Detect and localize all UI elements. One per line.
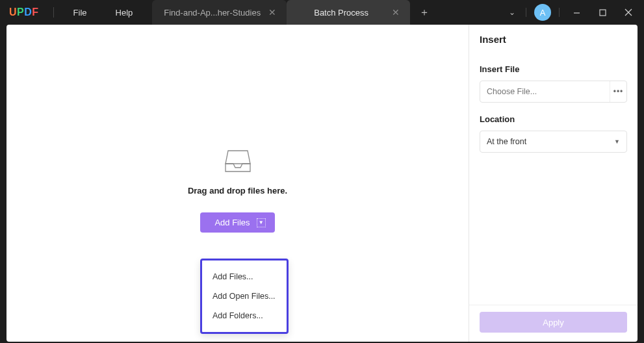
titlebar: UPDF File Help Find-and-Ap...her-Studies… bbox=[0, 0, 644, 25]
maximize-icon bbox=[599, 9, 606, 16]
close-window-button[interactable] bbox=[615, 0, 641, 25]
minimize-button[interactable] bbox=[563, 0, 589, 25]
location-select[interactable]: At the front ▼ bbox=[480, 131, 627, 153]
minimize-icon bbox=[573, 9, 580, 16]
add-files-dropdown: Add Files... Add Open Files... Add Folde… bbox=[200, 259, 289, 334]
workspace: Drag and drop files here. Add Files ▼ Ad… bbox=[6, 25, 638, 342]
menu-add-files[interactable]: Add Files... bbox=[202, 267, 287, 286]
tab-document[interactable]: Find-and-Ap...her-Studies ✕ bbox=[152, 0, 287, 25]
sidebar-panel: Insert Insert File ••• Location At the f… bbox=[469, 25, 638, 342]
choose-file-input[interactable] bbox=[480, 87, 610, 96]
dropzone[interactable]: Drag and drop files here. Add Files ▼ bbox=[140, 147, 335, 233]
separator bbox=[559, 8, 560, 17]
dropzone-instruction: Drag and drop files here. bbox=[140, 186, 335, 196]
tab-batch-process[interactable]: Batch Process ✕ bbox=[287, 0, 410, 25]
main-area: Drag and drop files here. Add Files ▼ Ad… bbox=[6, 25, 469, 342]
location-label: Location bbox=[480, 114, 627, 124]
ellipsis-icon: ••• bbox=[613, 87, 624, 96]
sidebar-footer: Apply bbox=[469, 305, 638, 342]
tab-close-icon[interactable]: ✕ bbox=[389, 6, 402, 19]
tab-close-icon[interactable]: ✕ bbox=[266, 6, 279, 19]
chevron-down-icon: ▼ bbox=[257, 218, 266, 227]
menu-help[interactable]: Help bbox=[101, 8, 148, 18]
browse-button[interactable]: ••• bbox=[610, 81, 626, 102]
location-value: At the front bbox=[487, 137, 526, 146]
tab-strip: Find-and-Ap...her-Studies ✕ Batch Proces… bbox=[152, 0, 439, 25]
apply-button[interactable]: Apply bbox=[480, 312, 627, 333]
add-files-button[interactable]: Add Files ▼ bbox=[200, 212, 274, 233]
new-tab-button[interactable]: ＋ bbox=[410, 0, 439, 25]
separator bbox=[53, 7, 54, 18]
tab-label: Batch Process bbox=[298, 8, 384, 18]
insert-file-label: Insert File bbox=[480, 64, 627, 74]
chevron-down-icon: ▼ bbox=[614, 138, 620, 145]
maximize-button[interactable] bbox=[589, 0, 615, 25]
inbox-icon bbox=[224, 147, 251, 173]
tab-overflow-button[interactable]: ⌄ bbox=[502, 8, 522, 17]
add-files-label: Add Files bbox=[214, 218, 250, 227]
menu-file[interactable]: File bbox=[59, 8, 101, 18]
separator bbox=[526, 8, 526, 17]
svg-rect-1 bbox=[600, 10, 606, 16]
menu-add-open-files[interactable]: Add Open Files... bbox=[202, 286, 287, 306]
tab-label: Find-and-Ap...her-Studies bbox=[164, 8, 261, 18]
user-avatar[interactable]: A bbox=[534, 4, 551, 21]
sidebar-body: Insert File ••• Location At the front ▼ bbox=[469, 54, 638, 305]
sidebar-title: Insert bbox=[469, 25, 638, 54]
menu-add-folders[interactable]: Add Folders... bbox=[202, 306, 287, 325]
choose-file-field[interactable]: ••• bbox=[480, 81, 627, 103]
close-icon bbox=[625, 8, 632, 16]
app-logo: UPDF bbox=[9, 6, 39, 18]
